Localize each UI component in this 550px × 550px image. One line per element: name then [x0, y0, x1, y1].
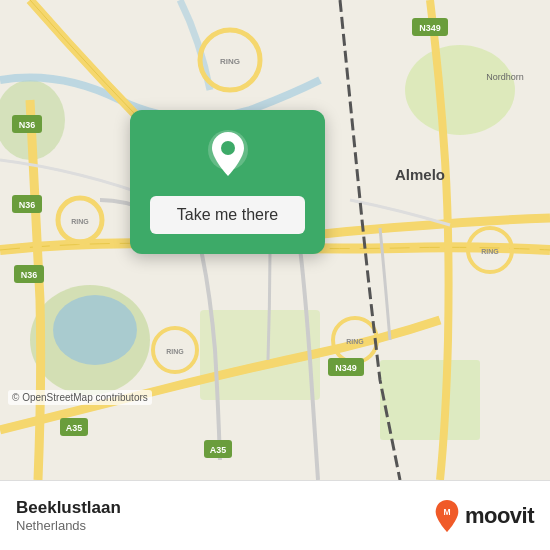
- svg-text:Nordhorn: Nordhorn: [486, 72, 524, 82]
- moovit-logo: M moovit: [433, 499, 534, 533]
- svg-text:N349: N349: [419, 23, 441, 33]
- svg-text:N349: N349: [335, 363, 357, 373]
- bottom-bar: Beeklustlaan Netherlands M moovit: [0, 480, 550, 550]
- location-pin-icon: [201, 128, 255, 182]
- svg-text:RING: RING: [346, 338, 364, 345]
- svg-point-6: [53, 295, 137, 365]
- location-country: Netherlands: [16, 518, 121, 533]
- svg-point-2: [405, 45, 515, 135]
- svg-text:A35: A35: [66, 423, 83, 433]
- svg-point-34: [221, 141, 235, 155]
- svg-text:N36: N36: [19, 120, 36, 130]
- location-name: Beeklustlaan: [16, 498, 121, 518]
- svg-text:RING: RING: [481, 248, 499, 255]
- location-info: Beeklustlaan Netherlands: [16, 498, 121, 533]
- map-attribution: © OpenStreetMap contributors: [8, 390, 152, 405]
- svg-text:M: M: [443, 507, 450, 517]
- svg-text:Almelo: Almelo: [395, 166, 445, 183]
- moovit-pin-icon: M: [433, 499, 461, 533]
- svg-text:RING: RING: [166, 348, 184, 355]
- location-card: Take me there: [130, 110, 325, 254]
- svg-text:N36: N36: [19, 200, 36, 210]
- svg-rect-5: [380, 360, 480, 440]
- moovit-brand-text: moovit: [465, 503, 534, 529]
- svg-text:RING: RING: [220, 57, 240, 66]
- take-me-there-button[interactable]: Take me there: [150, 196, 305, 234]
- svg-text:RING: RING: [71, 218, 89, 225]
- svg-text:A35: A35: [210, 445, 227, 455]
- map-container: N36 N36 N36 N349 N349 A35 A35 RING RING …: [0, 0, 550, 480]
- svg-text:N36: N36: [21, 270, 38, 280]
